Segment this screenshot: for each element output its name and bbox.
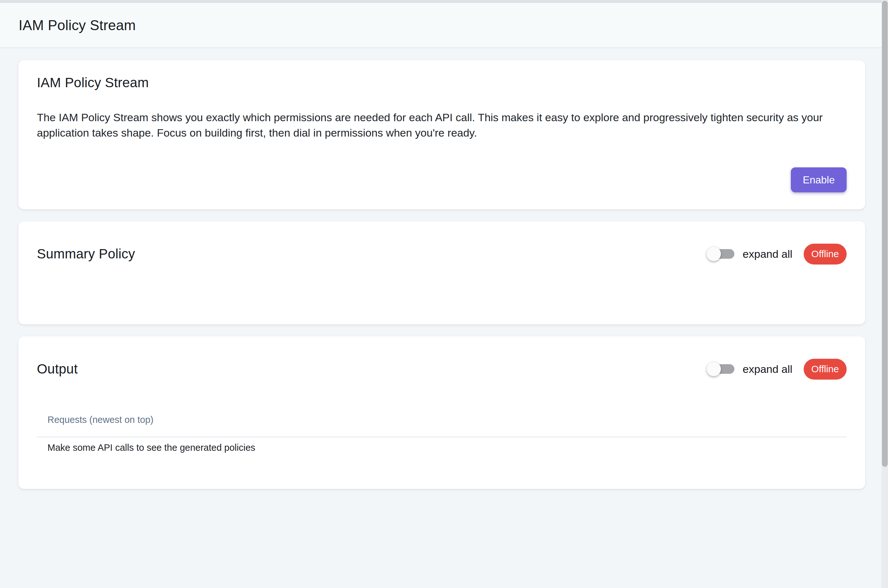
summary-status-badge: Offline [804,244,847,264]
summary-card-controls: expand all Offline [707,244,847,264]
summary-card-title: Summary Policy [37,246,707,262]
output-status-badge: Offline [804,359,847,380]
scrollbar-thumb[interactable] [882,1,888,467]
output-card-title: Output [37,362,707,377]
summary-expand-toggle[interactable] [707,249,734,259]
intro-card-description: The IAM Policy Stream shows you exactly … [37,110,834,140]
toggle-knob [706,362,721,376]
intro-card: IAM Policy Stream The IAM Policy Stream … [18,60,865,209]
intro-card-actions: Enable [37,167,847,192]
output-card-controls: expand all Offline [707,359,847,380]
intro-card-title: IAM Policy Stream [37,75,847,90]
page-header: IAM Policy Stream [0,3,888,48]
requests-divider [37,436,847,437]
app-window: IAM Policy Stream IAM Policy Stream The … [0,0,888,588]
requests-section-title: Requests (newest on top) [37,414,847,425]
output-expand-toggle[interactable] [707,364,734,374]
enable-button[interactable]: Enable [791,167,847,192]
summary-expand-all-label[interactable]: expand all [743,248,792,260]
output-expand-all-label[interactable]: expand all [743,363,792,375]
summary-card-header-row: Summary Policy expand all Offline [37,240,847,268]
toggle-knob [706,247,721,261]
output-card: Output expand all Offline Requests (newe… [18,336,865,489]
main-content: IAM Policy Stream The IAM Policy Stream … [0,49,888,588]
requests-empty-message: Make some API calls to see the generated… [37,442,847,453]
output-card-header-row: Output expand all Offline [37,355,847,383]
summary-policy-card: Summary Policy expand all Offline [18,221,865,324]
page-title: IAM Policy Stream [19,17,136,33]
top-strip [0,0,888,3]
requests-section: Requests (newest on top) Make some API c… [37,414,847,453]
